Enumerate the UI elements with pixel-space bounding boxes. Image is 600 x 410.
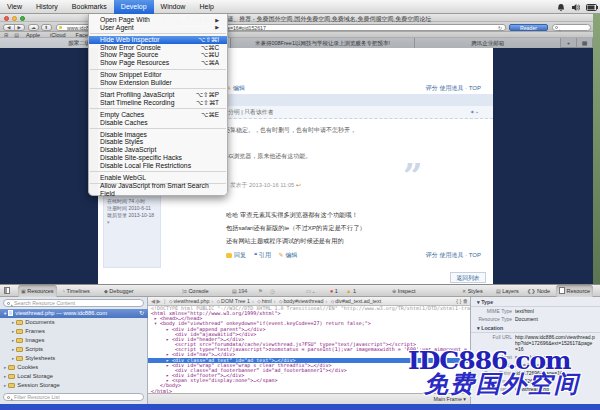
menu-window[interactable]: Window bbox=[154, 0, 193, 14]
section-location[interactable]: ▾ Location bbox=[471, 323, 600, 333]
volume-icon[interactable] bbox=[571, 3, 580, 12]
sidebar-folder-stylesheets[interactable]: ▸Stylesheets bbox=[0, 354, 148, 363]
edit-post-link[interactable]: ✎编辑 bbox=[226, 84, 245, 93]
menu-bar: View History Bookmarks Develop Window He… bbox=[0, 0, 600, 14]
battery-icon[interactable] bbox=[586, 4, 598, 11]
back-icon[interactable]: ◀ bbox=[4, 25, 15, 30]
menu-item-user-agent[interactable]: User Agent bbox=[89, 24, 227, 32]
back-forward-buttons[interactable]: ◀▶ bbox=[3, 24, 25, 31]
bookmark-apple[interactable]: Apple bbox=[26, 32, 40, 38]
menu-history[interactable]: History bbox=[29, 0, 65, 14]
menu-item-disable-styles[interactable]: Disable Styles bbox=[89, 138, 227, 146]
quote-source[interactable]: 发表于 2013-10-16 11:05 ↩ bbox=[230, 181, 301, 190]
menu-item-allow-javascript-smart-search[interactable]: Allow JavaScript from Smart Search Field bbox=[89, 186, 227, 194]
menu-item-show-snippet-editor[interactable]: Show Snippet Editor bbox=[89, 71, 227, 79]
crumb-body[interactable]: body#viewthread bbox=[283, 298, 323, 304]
post-action-right-links[interactable]: 评分 使用道具 · TOP bbox=[356, 251, 481, 260]
warning-icon: ▲ bbox=[346, 288, 351, 294]
post-toolbar-links[interactable]: 评分 使用道具 · TOP bbox=[356, 84, 481, 93]
braces-icon[interactable]: { } bbox=[456, 298, 461, 304]
quote-backlink-icon[interactable]: ↩ bbox=[296, 182, 301, 188]
post-body-line3: 还有网站主题或程序调试的时候还是有用的 bbox=[226, 237, 344, 246]
menu-item-disable-site-specific-hacks[interactable]: Disable Site-specific Hacks bbox=[89, 154, 227, 162]
layers-icon: ▤ bbox=[496, 288, 501, 294]
inspect-crosshair-icon: ⊕ bbox=[392, 288, 396, 294]
sidebar-search-icon bbox=[7, 302, 10, 305]
tab-3[interactable]: 腾讯企业邮箱 bbox=[415, 38, 561, 48]
detail-row: MIME Typetext/html bbox=[471, 307, 600, 315]
crumb-viewthread[interactable]: viewthread.php bbox=[173, 298, 209, 304]
menu-separator bbox=[90, 128, 226, 129]
quote-link[interactable]: 引用 bbox=[259, 252, 271, 258]
crumb-domtree[interactable]: DOM Tree 1 bbox=[221, 298, 250, 304]
tab-2[interactable]: 米兼得008Free1以网技与学校让录上浏览服务专把预率! bbox=[231, 38, 416, 48]
menu-item-disable-local-file-restrictions[interactable]: Disable Local File Restrictions bbox=[89, 162, 227, 170]
sidebar-folder-scripts[interactable]: ▸Scripts bbox=[0, 345, 148, 354]
selected-resource-row[interactable]: ▾viewthread.php — www.idc886.com↻ bbox=[0, 309, 148, 318]
sidebar-folder-frames[interactable]: ▸Frames bbox=[0, 327, 148, 336]
history-back-icon[interactable]: ◀ ▶ bbox=[151, 298, 161, 304]
menu-item-start-timeline-recording[interactable]: Start Timeline Recording⌥⇧⌘T bbox=[89, 99, 227, 107]
crumb-ad-text[interactable]: div#ad_text.ad_text bbox=[335, 298, 381, 304]
post-header-text[interactable]: 分明 | 只看该作者 bbox=[228, 106, 273, 119]
menu-item-show-extension-builder[interactable]: Show Extension Builder bbox=[89, 79, 227, 87]
sidebar-session-storage[interactable]: ▸Session Storage bbox=[0, 381, 148, 390]
trash-icon[interactable]: 🗑 bbox=[463, 298, 468, 304]
menu-item-show-error-console[interactable]: Show Error Console⌥⌘C bbox=[89, 44, 227, 52]
top-sites-grid-icon[interactable]: ⊞ bbox=[4, 32, 8, 38]
site-favicon bbox=[59, 26, 62, 29]
bookmark-icloud[interactable]: iCloud bbox=[50, 32, 66, 38]
inspector-statusbar: Main Frame ▾ bbox=[148, 393, 470, 404]
menu-help[interactable]: Help bbox=[192, 0, 220, 14]
menu-develop[interactable]: Develop bbox=[114, 0, 154, 14]
menu-item-show-page-source[interactable]: Show Page Source⌥⌘U bbox=[89, 51, 227, 59]
reading-list-icon[interactable]: ▤ bbox=[14, 32, 19, 38]
menu-item-start-profiling-javascript[interactable]: Start Profiling JavaScript⌥⇧⌘P bbox=[89, 91, 227, 99]
quote-icon: ❝ bbox=[254, 252, 257, 258]
reload-resource-icon[interactable]: ↻ bbox=[139, 309, 144, 318]
search-icon bbox=[555, 26, 558, 29]
menu-item-disable-caches[interactable]: Disable Caches bbox=[89, 119, 227, 127]
menu-item-show-page-resources[interactable]: Show Page Resources⌥⌘A bbox=[89, 59, 227, 67]
user-panel-caret-icon[interactable]: ▾ bbox=[107, 219, 160, 226]
develop-menu: Open Page With User Agent Hide Web Inspe… bbox=[88, 14, 228, 196]
menu-item-disable-javascript[interactable]: Disable JavaScript bbox=[89, 146, 227, 154]
back-to-list-button[interactable]: 返回列表 bbox=[450, 272, 486, 283]
share-button[interactable]: ⬆ bbox=[41, 24, 52, 31]
sidebar-cookies[interactable]: ▸Cookies bbox=[0, 363, 148, 372]
user-info-panel: 在线时间 74 小时 注册时间 2010-6-11 最后登录 2013-10-1… bbox=[103, 194, 161, 268]
bell-icon[interactable] bbox=[557, 3, 565, 12]
sidebar-folder-images[interactable]: ▸Images bbox=[0, 336, 148, 345]
sidebar-local-storage[interactable]: ▸Local Storage bbox=[0, 372, 148, 381]
menu-bookmarks[interactable]: Bookmarks bbox=[65, 0, 114, 14]
crumb-html[interactable]: html bbox=[262, 298, 272, 304]
crumb-doc-icon: ◇ bbox=[169, 299, 172, 304]
sidebar-folder-documents[interactable]: ▸Documents bbox=[0, 318, 148, 327]
folder-icon bbox=[16, 347, 23, 352]
resource-filter-input[interactable]: Filter Resource List bbox=[3, 393, 144, 401]
menu-item-enable-webgl[interactable]: Enable WebGL bbox=[89, 174, 227, 182]
menu-separator bbox=[90, 69, 226, 70]
new-tab-button[interactable]: + bbox=[561, 38, 577, 48]
reader-button[interactable]: Reader bbox=[509, 24, 548, 31]
search-field[interactable] bbox=[552, 24, 591, 31]
resources-icon: ▣ bbox=[21, 288, 26, 294]
crumb-doc-icon: ◇ bbox=[257, 299, 260, 304]
menu-item-hide-web-inspector[interactable]: Hide Web Inspector⌥⇧⌘I bbox=[89, 36, 227, 44]
page-resource-icon bbox=[8, 310, 13, 317]
tab-overview-icon[interactable]: ▦ bbox=[577, 38, 593, 48]
forward-icon[interactable]: ▶ bbox=[15, 25, 25, 30]
menu-item-empty-caches[interactable]: Empty Caches⌥⌘E bbox=[89, 111, 227, 119]
menu-separator bbox=[90, 88, 226, 89]
menu-item-open-page-with[interactable]: Open Page With bbox=[89, 16, 227, 24]
reply-link[interactable]: 回复 bbox=[234, 252, 246, 258]
menu-item-disable-images[interactable]: Disable Images bbox=[89, 131, 227, 139]
top-sites-button[interactable]: ☁ bbox=[28, 24, 39, 31]
watermark-slogan: 免费国外空间 bbox=[424, 368, 600, 400]
folder-icon bbox=[8, 365, 15, 370]
edit-link[interactable]: 编辑 bbox=[286, 252, 298, 258]
folder-icon bbox=[8, 374, 15, 379]
resource-search-input[interactable]: Search Resource Content bbox=[3, 299, 144, 307]
section-type[interactable]: ▾ Type bbox=[471, 297, 600, 307]
menu-view[interactable]: View bbox=[0, 0, 29, 14]
